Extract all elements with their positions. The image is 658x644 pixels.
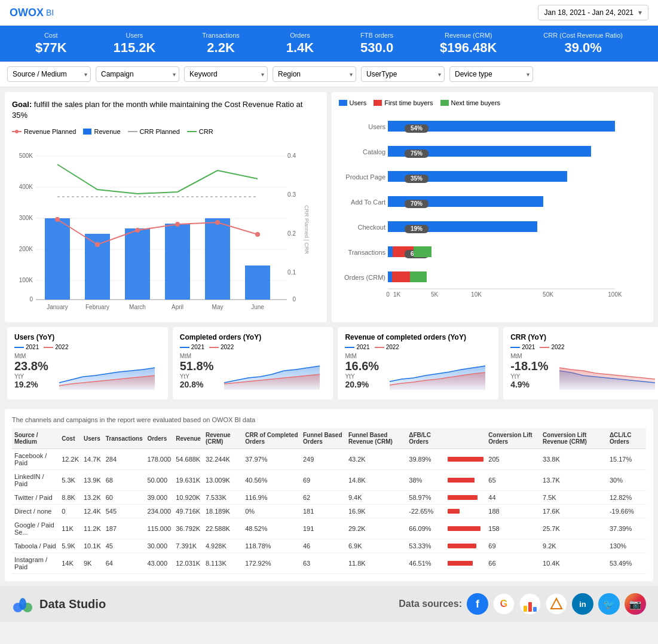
svg-text:50K: 50K [543,291,553,298]
chart1-legend: Revenue Planned Revenue CRR Planned CRR [12,128,320,135]
bar-jun [245,265,270,300]
logo-bi: BI [46,8,54,17]
kpi-ftb-orders: FTB orders530.0 [360,32,393,56]
dropdown-icon: ▾ [638,8,642,17]
bar-may [205,218,230,300]
datastudio-logo-icon [12,593,33,615]
google-ads-icon [519,593,541,615]
small-chart-title-2: Revenue of completed orders (YoY) [345,333,491,341]
filter-campaign[interactable]: Campaign [96,66,179,82]
bar-trans-green [414,246,431,257]
svg-text:1K: 1K [393,291,400,298]
table-row: Twitter / Paid 8.8K 13.2K 60 39.000 10.9… [12,491,646,505]
svg-point-54 [19,598,26,610]
logo: OWOX BI [10,7,54,19]
small-chart-0: Users (YoY) 2021 2022 MtM 23.8% YtY 19.2… [7,327,168,399]
table-row: LinkedIN / Paid 5.3K 13.9K 68 50.000 19.… [12,470,646,491]
svg-text:Checkout: Checkout [357,224,385,231]
dot5 [215,220,220,225]
bar-apr [165,224,190,300]
table-row: Google / Paid Se... 11K 11.2K 187 115.00… [12,518,646,539]
filter-row: Source / MediumCampaignKeywordRegionUser… [0,62,658,87]
legend-revenue-planned: Revenue Planned [12,128,76,135]
data-table: Source / Medium Cost Users Transactions … [12,428,646,574]
goal-text: Goal: fulfill the sales plan for the mon… [12,99,320,121]
instagram-icon: 📷 [625,593,646,615]
small-chart-2: Revenue of completed orders (YoY) 2021 2… [338,327,498,399]
kpi-transactions: Transactions2.2K [202,32,240,56]
dot4 [175,222,180,227]
svg-text:0.3: 0.3 [287,191,296,198]
th-crr: CRR of Completed Orders [243,428,301,449]
legend-crr-planned: CRR Planned [128,128,180,135]
svg-text:June: June [251,304,264,310]
svg-text:70%: 70% [410,200,422,207]
kpi-bar: Cost$77KUsers115.2KTransactions2.2KOrder… [0,26,658,62]
small-chart-1: Completed orders (YoY) 2021 2022 MtM 51.… [173,327,333,399]
dot6 [255,232,260,237]
filter-keyword[interactable]: Keyword [184,66,268,82]
legend-ftb: First time buyers [374,99,433,106]
small-chart-legend-2: 2021 2022 [345,344,491,350]
svg-marker-55 [551,599,562,609]
footer-right: Data sources: f G in 🐦 📷 [399,593,646,615]
filter-device-type[interactable]: Device type [449,66,533,82]
svg-text:0: 0 [386,291,390,298]
small-chart-title-3: CRR (YoY) [510,333,658,341]
filter-region[interactable]: Region [273,66,356,82]
svg-text:Catalog: Catalog [363,148,385,155]
funnel-chart-svg: Users Catalog Product Page Add To Cart C… [339,111,632,303]
small-chart-legend-0: 2021 2022 [14,344,161,350]
table-row: Taboola / Paid 5.9K 10.1K 45 30.000 7.39… [12,539,646,553]
facebook-icon: f [467,593,488,615]
svg-text:300K: 300K [19,215,33,221]
svg-text:Orders (CRM): Orders (CRM) [344,274,385,281]
svg-text:400K: 400K [19,184,33,190]
svg-text:February: February [85,304,109,310]
svg-text:0: 0 [29,296,33,303]
th-fb-rev: Funnel Based Revenue (CRM) [346,428,406,449]
top-bar: OWOX BI Jan 18, 2021 - Jan 24, 2021 ▾ [0,0,658,26]
svg-text:CRR Planned | CRR: CRR Planned | CRR [304,205,310,254]
svg-text:5K: 5K [430,291,438,298]
small-chart-3: CRR (YoY) 2021 2022 MtM -18.1% YtY 4.9% [503,327,658,399]
svg-text:0.4: 0.4 [287,152,296,159]
svg-text:0.2: 0.2 [287,230,296,237]
table-row: Facebook / Paid 12.2K 14.7K 284 178.000 … [12,449,646,470]
th-fb-orders: Funnel Based Orders [301,428,346,449]
small-chart-legend-1: 2021 2022 [180,344,326,350]
table-header-row: Source / Medium Cost Users Transactions … [12,428,646,449]
sparkline-3 [553,353,658,392]
legend-revenue: Revenue [83,128,120,135]
crr-line [57,164,258,194]
sparkline-2 [384,353,491,392]
svg-text:54%: 54% [410,125,422,132]
svg-text:0.1: 0.1 [287,269,296,276]
date-range-value: Jan 18, 2021 - Jan 24, 2021 [544,8,633,17]
footer: Data Studio Data sources: f G in 🐦 [0,586,658,622]
bar-orders-green [410,271,427,282]
date-range-picker[interactable]: Jan 18, 2021 - Jan 24, 2021 ▾ [538,5,648,20]
filter-usertype[interactable]: UserType [361,66,445,82]
small-chart-title-0: Users (YoY) [14,333,161,341]
svg-text:100K: 100K [19,277,33,283]
svg-text:April: April [172,304,183,310]
svg-text:Users: Users [368,123,385,130]
table-note: The channels and campaigns in the report… [12,416,646,423]
svg-marker-51 [559,368,655,390]
svg-text:500K: 500K [19,152,33,159]
svg-text:200K: 200K [19,246,33,252]
sparkline-0 [53,353,161,392]
svg-text:75%: 75% [410,150,422,157]
svg-text:March: March [129,304,146,310]
legend-users: Users [339,99,367,106]
bar-jan [45,218,70,300]
bar-orders-red [392,271,410,282]
kpi-users: Users115.2K [113,32,155,56]
linkedin-icon: in [572,593,593,615]
svg-text:10K: 10K [471,291,482,298]
google-icon: G [493,593,515,615]
small-chart-title-1: Completed orders (YoY) [180,333,326,341]
filter-source---medium[interactable]: Source / Medium [7,66,91,82]
datastudio-label: Data Studio [39,597,106,611]
